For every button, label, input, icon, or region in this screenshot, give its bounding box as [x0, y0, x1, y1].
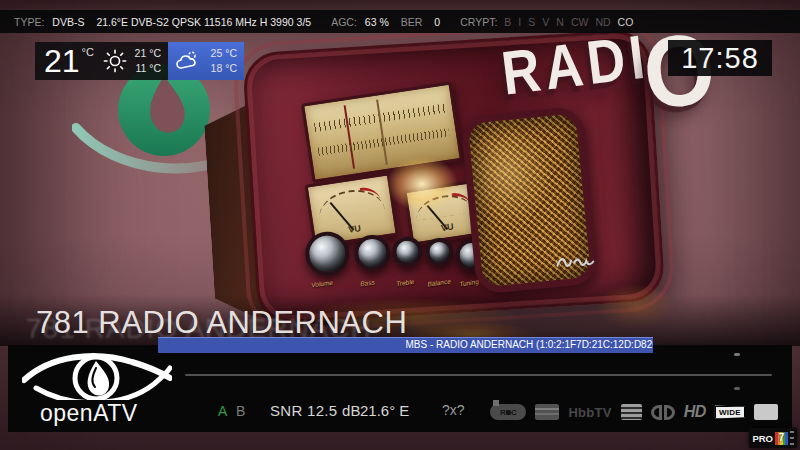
- pro7-watermark: PRO 7: [749, 428, 797, 448]
- vu-label: VU: [440, 221, 454, 233]
- knob-label: Bass: [360, 278, 375, 287]
- balance-knob: [425, 237, 455, 267]
- record-icon: REC: [490, 404, 526, 420]
- knob-label: Treble: [396, 278, 415, 287]
- today-high: 21 °C: [135, 46, 161, 61]
- treble-knob: [391, 236, 423, 268]
- channel-title: 781 RADIO ANDERNACH: [36, 305, 407, 341]
- bass-knob: [353, 234, 391, 272]
- crypt-flag-conax: CO: [618, 16, 634, 28]
- transponder-info: 21.6°E DVB-S2 QPSK 11516 MHz H 3990 3/5: [96, 16, 311, 28]
- ber-label: BER: [401, 16, 423, 28]
- crypt-label: CRYPT:: [460, 16, 497, 28]
- lens-flare: [372, 146, 472, 222]
- current-temperature: 21: [44, 45, 80, 77]
- agc-label: AGC:: [331, 16, 357, 28]
- weather-forecast-box: 25 °C 18 °C: [168, 42, 244, 80]
- panel-marker-dot: [734, 387, 740, 390]
- knob-label: Tuning: [459, 278, 479, 287]
- agc-value: 63 %: [365, 16, 389, 28]
- pro7-seven-digit: 7: [779, 433, 785, 443]
- crypt-flag-irdeto: I: [518, 16, 521, 28]
- today-high-low: 21 °C 11 °C: [135, 46, 161, 76]
- ci-card-icon: [754, 404, 778, 420]
- infobar-status-row: A B SNR 12.5 dB 21.6° E ?x? REC HbbTV HD…: [8, 397, 792, 427]
- panel-marker-dot: [734, 353, 740, 356]
- sun-icon: [102, 48, 128, 74]
- knob-label: Balance: [427, 277, 451, 287]
- infobar-panel: openATV A B SNR 12.5 dB 21.6° E ?x? REC …: [8, 345, 792, 432]
- crypt-flag-cw: CW: [571, 16, 589, 28]
- service-reference-tooltip: MBS - RADIO ANDERNACH (1:0:2:1F7D:21C:12…: [158, 337, 653, 353]
- ber-value: 0: [434, 16, 440, 28]
- clock-time: 17:58: [681, 42, 759, 75]
- dial-needle: [344, 105, 355, 168]
- crypt-flag-nd: ND: [595, 16, 610, 28]
- knob-label: Volume: [311, 279, 334, 289]
- dolby-icon: [651, 405, 675, 420]
- status-icon-strip: REC HbbTV HD WIDE: [490, 397, 778, 427]
- type-label: TYPE:: [14, 16, 44, 28]
- progress-separator: [185, 374, 772, 376]
- crypt-flag-via: V: [542, 16, 549, 28]
- pro7-text: PRO: [752, 433, 773, 444]
- forecast-low: 18 °C: [211, 61, 237, 76]
- pro7-seven-logo: 7: [775, 432, 788, 445]
- teletext-icon: [621, 404, 642, 420]
- weather-today-box: 21 °C 21 °C 11 °C: [35, 42, 168, 80]
- record-label: REC: [500, 408, 517, 417]
- cloud-sun-icon: [174, 48, 200, 74]
- forecast-high: 25 °C: [211, 46, 237, 61]
- dial-divider: [376, 99, 388, 165]
- type-value: DVB-S: [52, 16, 84, 28]
- widescreen-icon: WIDE: [715, 406, 745, 419]
- tv-screen: VU VU Volume Bass Treble Balance Tuning: [0, 0, 800, 450]
- snr-value: SNR 12.5 dB: [270, 402, 361, 419]
- crypt-flag-nagra: N: [556, 16, 564, 28]
- clock: 17:58: [668, 40, 772, 76]
- satellite-position: 21.6° E: [360, 402, 409, 419]
- hd-icon: HD: [684, 403, 706, 421]
- forecast-high-low: 25 °C 18 °C: [211, 46, 237, 76]
- vu-label: VU: [348, 223, 362, 235]
- radio-brand-script: [553, 247, 600, 272]
- pro7-side-marks: [790, 431, 794, 445]
- tuner-status-bar: TYPE: DVB-S 21.6°E DVB-S2 QPSK 11516 MHz…: [0, 10, 800, 33]
- tuner-a-indicator: A: [218, 403, 227, 419]
- service-reference-text: MBS - RADIO ANDERNACH (1:0:2:1F7D:21C:12…: [406, 338, 654, 352]
- tuner-b-indicator: B: [236, 403, 245, 419]
- temperature-unit: °C: [82, 46, 94, 58]
- tuner-card-icon: [535, 404, 559, 420]
- resolution-value: ?x?: [442, 402, 465, 418]
- crypt-flag-seca: S: [528, 16, 535, 28]
- crypt-flag-biss: B: [504, 16, 511, 28]
- hbbtv-icon: HbbTV: [568, 405, 611, 420]
- openatv-eye-logo: [22, 348, 172, 400]
- today-low: 11 °C: [135, 61, 161, 76]
